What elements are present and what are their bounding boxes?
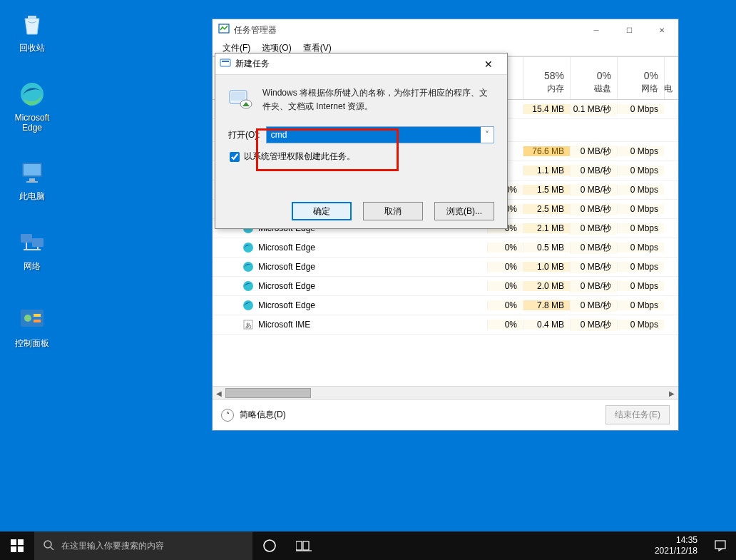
cell-disk: 0 MB/秒	[570, 165, 617, 177]
horizontal-scrollbar[interactable]: ◀ ▶	[213, 386, 678, 399]
icon-label: 网络	[24, 261, 41, 271]
clock-time: 14:35	[655, 535, 697, 546]
cell-network: 0 Mbps	[617, 243, 664, 253]
open-label: 打开(O):	[228, 129, 260, 141]
svg-rect-6	[21, 234, 32, 243]
process-name: Microsoft Edge	[258, 262, 315, 272]
end-task-button[interactable]: 结束任务(E)	[605, 405, 670, 424]
dialog-close-button[interactable]: ✕	[474, 54, 503, 75]
brief-info-toggle[interactable]: ˄ 简略信息(D)	[221, 409, 286, 422]
network-shortcut[interactable]: 网络	[6, 225, 58, 271]
process-name: Microsoft Edge	[258, 281, 315, 291]
cell-network: 0 Mbps	[617, 204, 664, 214]
svg-rect-11	[21, 310, 44, 327]
cell-disk: 0 MB/秒	[570, 223, 617, 235]
table-row[interactable]: あMicrosoft IME0%0.4 MB0 MB/秒0 Mbps	[213, 315, 678, 335]
cell-network: 0 Mbps	[617, 185, 664, 195]
run-icon	[220, 57, 231, 71]
svg-rect-13	[34, 314, 41, 317]
taskbar-clock[interactable]: 14:35 2021/12/18	[648, 535, 705, 556]
control-panel-shortcut[interactable]: 控制面板	[6, 302, 58, 348]
svg-rect-5	[26, 181, 38, 183]
column-disk[interactable]: 0% 磁盘	[570, 57, 617, 99]
process-icon	[242, 242, 254, 253]
scroll-thumb[interactable]	[225, 388, 311, 398]
edge-shortcut[interactable]: Microsoft Edge	[6, 77, 58, 133]
admin-label: 以系统管理权限创建此任务。	[244, 151, 355, 163]
svg-rect-7	[32, 238, 44, 247]
svg-rect-33	[11, 539, 16, 545]
clock-date: 2021/12/18	[655, 546, 697, 556]
cell-network: 0 Mbps	[617, 262, 664, 272]
column-network[interactable]: 0% 网络	[617, 57, 664, 99]
svg-point-39	[264, 540, 275, 551]
table-row[interactable]: Microsoft Edge0%7.8 MB0 MB/秒0 Mbps	[213, 296, 678, 315]
task-view-button[interactable]	[287, 531, 321, 560]
svg-point-24	[243, 300, 253, 310]
cell-network: 0 Mbps	[617, 320, 664, 330]
browse-button[interactable]: 浏览(B)...	[434, 202, 494, 220]
svg-rect-4	[29, 178, 35, 181]
process-name: Microsoft Edge	[258, 300, 315, 310]
open-value[interactable]: cmd	[267, 127, 481, 143]
taskbar-search[interactable]: 在这里输入你要搜索的内容	[34, 531, 252, 560]
cell-disk: 0 MB/秒	[570, 261, 617, 273]
cell-memory: 1.5 MB	[523, 185, 570, 195]
svg-point-12	[24, 315, 31, 322]
cell-disk: 0.1 MB/秒	[570, 103, 617, 116]
svg-rect-34	[18, 539, 24, 545]
svg-rect-28	[222, 61, 229, 62]
cell-memory: 76.6 MB	[523, 146, 570, 156]
cancel-button[interactable]: 取消	[363, 202, 423, 220]
scroll-right-arrow[interactable]: ▶	[665, 387, 678, 399]
cell-cpu: 0%	[487, 281, 523, 291]
svg-point-21	[243, 243, 253, 253]
ok-button[interactable]: 确定	[292, 202, 352, 220]
cell-network: 0 Mbps	[617, 281, 664, 291]
notification-button[interactable]	[705, 531, 736, 560]
table-row[interactable]: Microsoft Edge0%0.5 MB0 MB/秒0 Mbps	[213, 238, 678, 258]
cell-cpu: 0%	[487, 320, 523, 330]
table-row[interactable]: Microsoft Edge0%1.0 MB0 MB/秒0 Mbps	[213, 258, 678, 277]
table-row[interactable]: Microsoft Edge0%2.0 MB0 MB/秒0 Mbps	[213, 277, 678, 296]
cell-disk: 0 MB/秒	[570, 319, 617, 331]
cell-disk: 0 MB/秒	[570, 300, 617, 312]
column-memory[interactable]: 58% 内存	[523, 57, 570, 99]
svg-rect-36	[18, 546, 24, 552]
cell-network: 0 Mbps	[617, 166, 664, 175]
this-pc-shortcut[interactable]: 此电脑	[6, 156, 58, 201]
cell-memory: 15.4 MB	[523, 104, 570, 114]
process-icon	[242, 280, 254, 292]
process-icon	[242, 300, 254, 311]
svg-rect-35	[11, 546, 16, 552]
process-icon	[242, 261, 254, 273]
task-manager-titlebar[interactable]: 任务管理器 ─ ☐ ✕	[213, 19, 678, 41]
search-placeholder: 在这里输入你要搜索的内容	[61, 540, 164, 552]
scroll-left-arrow[interactable]: ◀	[213, 387, 225, 399]
svg-text:あ: あ	[245, 322, 252, 329]
cell-memory: 0.5 MB	[523, 243, 570, 253]
minimize-button[interactable]: ─	[580, 19, 613, 41]
task-manager-title: 任务管理器	[234, 24, 580, 36]
cortana-button[interactable]	[252, 531, 287, 560]
cell-network: 0 Mbps	[617, 300, 664, 310]
close-button[interactable]: ✕	[645, 19, 678, 41]
cell-disk: 0 MB/秒	[570, 184, 617, 196]
column-extra[interactable]: 电	[664, 57, 678, 99]
svg-rect-14	[34, 320, 41, 322]
maximize-button[interactable]: ☐	[613, 19, 645, 41]
open-combobox[interactable]: cmd ˅	[266, 126, 494, 143]
cell-disk: 0 MB/秒	[570, 146, 617, 158]
task-manager-icon	[218, 23, 230, 37]
admin-checkbox[interactable]	[230, 152, 240, 162]
dialog-titlebar[interactable]: 新建任务 ✕	[215, 54, 507, 75]
cell-memory: 0.4 MB	[523, 320, 570, 330]
svg-point-37	[44, 541, 51, 548]
svg-rect-40	[296, 541, 302, 550]
svg-point-23	[243, 281, 253, 291]
recycle-bin-shortcut[interactable]: 回收站	[6, 7, 58, 53]
start-button[interactable]	[0, 531, 34, 560]
chevron-down-icon[interactable]: ˅	[481, 130, 494, 140]
svg-line-38	[51, 547, 53, 550]
cell-memory: 1.1 MB	[523, 166, 570, 175]
